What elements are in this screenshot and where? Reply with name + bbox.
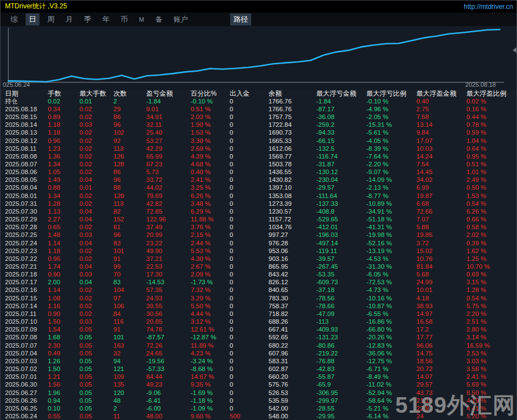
table-row[interactable]: 2025.06.250.100.052-6.00-1.09 %0542.00-2… <box>1 404 516 412</box>
row-cell: 1.96 <box>48 389 79 397</box>
table-row[interactable]: 2025.07.172.000.0483-14.53-1.73 %0826.12… <box>1 279 516 286</box>
menu-item-zong[interactable]: 综 <box>7 13 21 26</box>
row-date: 2025.07.14 <box>5 303 48 310</box>
row-cell: 5.69 % <box>466 381 517 388</box>
table-row[interactable]: 2025.07.031.260.0594-19.56-3.24 %0583.31… <box>1 357 516 365</box>
table-row[interactable]: 2025.08.040.880.018844.023.25 %01397.10-… <box>1 184 516 192</box>
splitter-arrow-icon[interactable] <box>513 47 516 53</box>
table-row[interactable]: 2025.07.141.160.0210639.555.50 %0758.37-… <box>1 302 516 310</box>
column-header[interactable]: 最大浮亏金额 <box>316 90 366 97</box>
table-row[interactable]: 2025.06.301.560.0513549.239.35 %0575.76-… <box>1 381 516 389</box>
website-link[interactable]: http://mtdriver.cn <box>464 3 513 11</box>
table-row[interactable]: 2025.07.292.270.04152122.9611.88 %01157.… <box>1 216 516 224</box>
table-row[interactable]: 2025.07.091.540.059174.7612.61 %0667.41-… <box>1 326 516 334</box>
table-row[interactable]: 2025.07.011.210.0510984.4414.67 %0660.20… <box>1 373 516 381</box>
menu-item-zhanghu[interactable]: 账户 <box>170 13 191 26</box>
row-cell: 92 <box>113 137 146 145</box>
menu-item-zhou[interactable]: 周 <box>44 13 58 26</box>
menu-item-nian[interactable]: 年 <box>99 13 113 26</box>
table-row[interactable]: 2025.08.011.340.0212079.696.26 %01353.08… <box>1 192 516 200</box>
column-header[interactable]: 最大浮盈金额 <box>416 90 466 97</box>
row-cell: 32.11 <box>146 121 191 129</box>
column-header[interactable]: 手数 <box>48 90 79 97</box>
table-row[interactable]: 2025.07.101.500.0311620.853.12 %0688.26-… <box>1 318 516 326</box>
row-cell: -8.39 % <box>366 145 416 152</box>
row-cell: 2 <box>113 405 146 412</box>
row-cell: 14.24 <box>416 153 466 160</box>
table-row[interactable]: 2025.07.081.680.05101-87.57-12.87 %0592.… <box>1 334 516 342</box>
table-row[interactable]: 2025.08.120.960.029253.273.30 %01665.33-… <box>1 137 516 145</box>
row-cell: 4.18 <box>416 295 466 302</box>
table-row[interactable]: 2025.06.260.940.0548-6.41-1.18 %0535.59-… <box>1 397 516 404</box>
row-cell: -31.87 <box>316 161 366 168</box>
column-header[interactable]: 出入金 <box>230 90 269 97</box>
table-row[interactable]: 2025.06.271.960.05120-9.06-1.69 %0526.53… <box>1 389 516 397</box>
row-cell: 680.22 <box>269 342 316 349</box>
row-cell: 2.69 % <box>191 145 230 152</box>
row-cell: 106 <box>113 303 146 310</box>
table-row[interactable]: 2025.07.211.740.049922.532.67 %0865.95-2… <box>1 263 516 270</box>
table-row[interactable]: 2025.08.111.230.0211342.292.69 %01612.06… <box>1 145 516 152</box>
table-row[interactable]: 2025.08.150.890.028634.912.03 %01757.75-… <box>1 113 516 121</box>
row-cell: -66.80 % <box>366 326 416 333</box>
column-header[interactable]: 余额 <box>269 90 316 97</box>
row-cell: -8.68 % <box>191 365 230 373</box>
table-row[interactable]: 2025.07.161.140.0210457.357.32 %0840.65-… <box>1 286 516 294</box>
table-row[interactable]: 持仓0.020.012-1.84-0.10 %01766.76-1.84-0.1… <box>1 97 516 105</box>
table-row[interactable]: 2025.07.301.130.048272.856.29 %01230.57-… <box>1 207 516 215</box>
row-cell: -9.07 % <box>366 169 416 176</box>
table-row[interactable]: 2025.08.180.340.02299.010.51 %01766.76-8… <box>1 105 516 113</box>
table-row[interactable]: 2025.07.072.300.0516372.2611.89 %0680.22… <box>1 342 516 349</box>
equity-chart: 025.06.24 2025.08.18 <box>1 26 516 90</box>
row-cell: -609.73 <box>316 279 366 286</box>
row-cell: -6.14 % <box>366 413 416 420</box>
table-row[interactable]: 2025.07.251.480.039620.992.15 %0997.27-1… <box>1 231 516 239</box>
table-row[interactable]: 2025.08.051.490.049633.722.41 %01430.82-… <box>1 176 516 184</box>
menu-item-m[interactable]: M <box>136 15 147 24</box>
table-row[interactable]: 2025.07.241.140.048323.222.44 %0976.28-4… <box>1 239 516 247</box>
table-row[interactable]: 2025.08.141.180.039632.111.90 %01722.84-… <box>1 121 516 129</box>
table-row[interactable]: 2025.07.110.900.028430.564.44 %0718.82-4… <box>1 310 516 318</box>
table-row[interactable]: 2025.08.131.180.0210225.401.53 %01690.73… <box>1 129 516 137</box>
table-row[interactable]: 2025.07.180.900.037017.302.09 %0843.42-5… <box>1 271 516 279</box>
row-cell: 2.53 % <box>466 350 517 357</box>
menu-item-yue[interactable]: 月 <box>62 13 76 26</box>
row-cell: 1503.78 <box>269 161 316 168</box>
row-cell: 57.35 <box>146 286 191 294</box>
table-row[interactable]: 2025.07.040.490.053224.654.23 %0607.96-2… <box>1 349 516 357</box>
row-cell: 0.05 <box>79 381 113 388</box>
row-cell: 3.48 % <box>191 200 230 207</box>
column-header[interactable]: 盈亏金额 <box>146 90 191 97</box>
row-cell: 903.16 <box>269 255 316 263</box>
row-cell: -219.22 <box>316 350 366 357</box>
row-date: 2025.06.24 <box>5 413 48 420</box>
row-cell: 0 <box>230 263 269 270</box>
column-header[interactable]: 次数 <box>113 90 146 97</box>
menu-item-lujing[interactable]: 路径 <box>230 13 251 26</box>
column-header[interactable]: 日期 <box>5 90 48 97</box>
column-header[interactable]: 最大手数 <box>79 90 113 97</box>
table-row[interactable]: 2025.07.280.650.026137.493.76 %01034.76-… <box>1 224 516 231</box>
table-row[interactable]: 2025.06.240.550.051148.009.60 %500548.00… <box>1 412 516 420</box>
table-row[interactable]: 2025.07.231.180.0210149.905.53 %0953.06-… <box>1 247 516 255</box>
menu-item-ri[interactable]: 日 <box>26 13 39 26</box>
row-cell: 0.59 % <box>466 129 517 136</box>
column-header[interactable]: 最大浮盈比例 <box>466 90 517 97</box>
table-row[interactable]: 2025.08.061.050.02865.730.40 %01436.55-1… <box>1 169 516 176</box>
table-row[interactable]: 2025.08.081.360.0212665.994.39 %01569.77… <box>1 152 516 160</box>
menu-item-bei[interactable]: 备 <box>152 13 166 26</box>
menu-item-bi[interactable]: 币 <box>117 13 131 26</box>
table-row[interactable]: 2025.08.071.340.0212867.234.68 %01503.78… <box>1 160 516 168</box>
row-cell: 37.21 <box>146 255 191 263</box>
row-date: 2025.07.24 <box>5 240 48 247</box>
table-row[interactable]: 2025.07.220.960.029137.214.30 %0903.16-3… <box>1 255 516 263</box>
table-row[interactable]: 2025.07.151.080.029724.933.29 %0783.30-7… <box>1 294 516 302</box>
row-cell: 0 <box>230 137 269 145</box>
table-row[interactable]: 2025.07.311.280.0211342.823.48 %01273.39… <box>1 200 516 207</box>
column-header[interactable]: 百分比% <box>191 90 230 97</box>
table-row[interactable]: 2025.07.021.500.05121-57.33-8.68 %0602.8… <box>1 365 516 373</box>
column-header[interactable]: 最大浮亏比例 <box>366 90 416 97</box>
menu-item-ji[interactable]: 季 <box>81 13 95 26</box>
row-cell: -4.53 % <box>366 255 416 263</box>
row-date: 2025.07.08 <box>5 334 48 341</box>
